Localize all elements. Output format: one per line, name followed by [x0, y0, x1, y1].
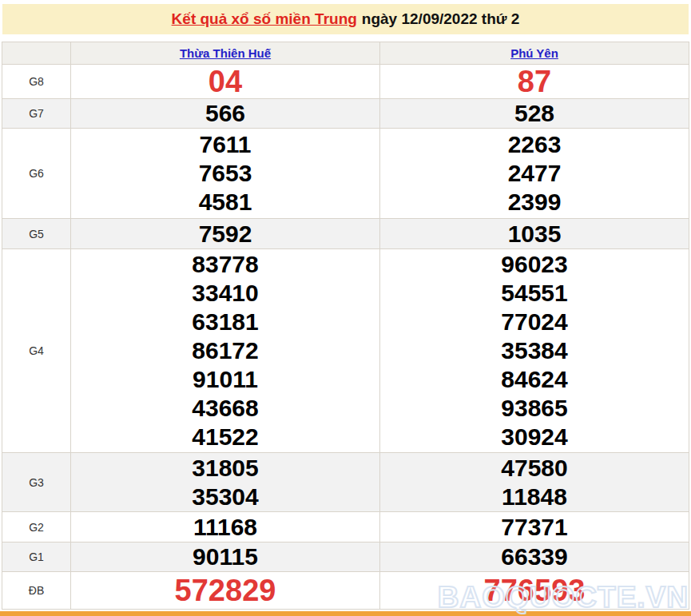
prize-label-g1: G1 — [2, 542, 71, 572]
prize-number: 41522 — [71, 423, 379, 451]
prize-number: 4581 — [71, 188, 379, 217]
table-row-g2: G2 11168 77371 — [2, 512, 689, 542]
table-row-g7: G7 566 528 — [2, 99, 689, 129]
prize-cell-hue-g3: 31805 35304 — [71, 453, 380, 512]
prize-cell-phuyen-g8: 87 — [380, 65, 689, 99]
prize-number: 54551 — [380, 279, 689, 308]
footer-accent-bar — [0, 611, 691, 616]
prize-cell-hue-g6: 7611 7653 4581 — [71, 129, 380, 219]
results-table: Thừa Thiên Huế Phú Yên G8 04 87 G7 566 5… — [2, 42, 689, 610]
table-row-g3: G3 31805 35304 47580 11848 — [2, 453, 689, 512]
lottery-results-page: Kết quả xổ số miền Trung ngày 12/09/2022… — [0, 4, 691, 616]
prize-cell-phuyen-g7: 528 — [380, 99, 689, 129]
table-row-db: ĐB 572829 776593 — [2, 572, 689, 610]
prize-cell-phuyen-g4: 96023 54551 77024 35384 84624 93865 3092… — [380, 249, 689, 453]
corner-cell — [2, 42, 71, 65]
prize-number: 93865 — [380, 394, 689, 423]
prize-cell-phuyen-g3: 47580 11848 — [380, 453, 689, 512]
prize-label-db: ĐB — [2, 572, 71, 610]
prize-label-g3: G3 — [2, 453, 71, 512]
prize-number: 776593 — [380, 574, 689, 607]
prize-cell-phuyen-db: 776593 — [380, 572, 689, 610]
province-link-thua-thien-hue[interactable]: Thừa Thiên Huế — [180, 46, 271, 60]
prize-label-g4: G4 — [2, 249, 71, 453]
prize-number: 35304 — [71, 483, 379, 511]
prize-number: 30924 — [380, 423, 689, 451]
prize-number: 63181 — [71, 308, 379, 336]
prize-cell-phuyen-g1: 66339 — [380, 542, 689, 572]
prize-cell-hue-g2: 11168 — [71, 512, 380, 542]
prize-number: 04 — [71, 65, 379, 98]
prize-number: 90115 — [71, 542, 379, 571]
prize-number: 2263 — [380, 130, 689, 159]
prize-number: 83778 — [71, 250, 379, 279]
province-link-phu-yen[interactable]: Phú Yên — [510, 46, 558, 60]
page-title-bar: Kết quả xổ số miền Trung ngày 12/09/2022… — [2, 4, 689, 34]
prize-label-g7: G7 — [2, 99, 71, 129]
prize-number: 43668 — [71, 394, 379, 423]
prize-cell-hue-db: 572829 — [71, 572, 380, 610]
table-row-g5: G5 7592 1035 — [2, 219, 689, 249]
prize-label-g5: G5 — [2, 219, 71, 249]
prize-number: 7653 — [71, 159, 379, 188]
prize-cell-hue-g5: 7592 — [71, 219, 380, 249]
prize-number: 2399 — [380, 188, 689, 217]
prize-number: 47580 — [380, 454, 689, 483]
prize-number: 77371 — [380, 513, 689, 542]
prize-cell-hue-g8: 04 — [71, 65, 380, 99]
prize-cell-phuyen-g5: 1035 — [380, 219, 689, 249]
prize-number: 528 — [380, 99, 689, 128]
prize-label-g8: G8 — [2, 65, 71, 99]
prize-number: 91011 — [71, 365, 379, 394]
prize-number: 66339 — [380, 542, 689, 571]
prize-number: 572829 — [71, 574, 379, 607]
prize-number: 33410 — [71, 279, 379, 308]
table-row-g4: G4 83778 33410 63181 86172 91011 43668 4… — [2, 249, 689, 453]
prize-number: 7611 — [71, 130, 379, 159]
prize-label-g6: G6 — [2, 129, 71, 219]
prize-number: 11848 — [380, 483, 689, 511]
prize-number: 86172 — [71, 336, 379, 365]
table-row-g1: G1 90115 66339 — [2, 542, 689, 572]
prize-number: 2477 — [380, 159, 689, 188]
prize-label-g2: G2 — [2, 512, 71, 542]
prize-cell-phuyen-g2: 77371 — [380, 512, 689, 542]
table-row-g8: G8 04 87 — [2, 65, 689, 99]
prize-number: 96023 — [380, 250, 689, 279]
prize-cell-hue-g4: 83778 33410 63181 86172 91011 43668 4152… — [71, 249, 380, 453]
table-header-row: Thừa Thiên Huế Phú Yên — [2, 42, 689, 65]
title-date-text: ngày 12/09/2022 thứ 2 — [362, 10, 520, 28]
prize-cell-phuyen-g6: 2263 2477 2399 — [380, 129, 689, 219]
prize-cell-hue-g7: 566 — [71, 99, 380, 129]
prize-number: 87 — [380, 65, 689, 98]
prize-number: 7592 — [71, 220, 379, 248]
prize-number: 31805 — [71, 454, 379, 483]
prize-number: 11168 — [71, 513, 379, 542]
prize-number: 566 — [71, 99, 379, 128]
table-row-g6: G6 7611 7653 4581 2263 2477 2399 — [2, 129, 689, 219]
prize-number: 1035 — [380, 220, 689, 248]
prize-number: 77024 — [380, 308, 689, 336]
prize-cell-hue-g1: 90115 — [71, 542, 380, 572]
prize-number: 84624 — [380, 365, 689, 394]
title-link[interactable]: Kết quả xổ số miền Trung — [172, 10, 357, 28]
prize-number: 35384 — [380, 336, 689, 365]
